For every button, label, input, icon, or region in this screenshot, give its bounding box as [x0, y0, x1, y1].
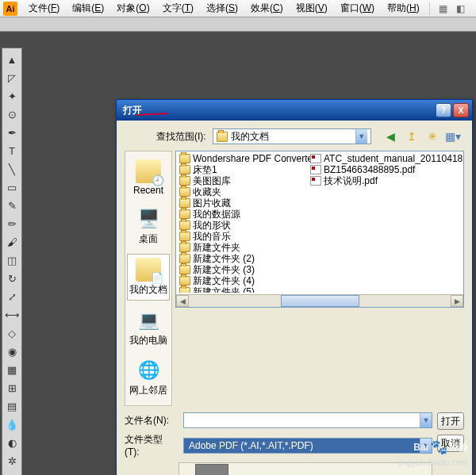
width-tool[interactable]: ⟷ — [3, 306, 21, 324]
pdf-icon — [310, 165, 321, 174]
dialog-titlebar[interactable]: 打开 ? X — [117, 100, 472, 121]
lasso-tool[interactable]: ⊙ — [3, 105, 21, 123]
help-button[interactable]: ? — [436, 103, 451, 117]
folder-icon — [217, 132, 228, 142]
menu-help[interactable]: 帮助(H) — [381, 0, 426, 17]
pencil-tool[interactable]: ✏ — [3, 215, 21, 232]
type-tool[interactable]: T — [3, 142, 21, 159]
filename-label: 文件名(N): — [125, 414, 177, 427]
menubar: Ai 文件(F) 编辑(E) 对象(O) 文字(T) 选择(S) 效果(C) 视… — [0, 0, 476, 17]
up-icon[interactable]: ↥ — [405, 129, 419, 144]
menu-window[interactable]: 窗口(W) — [334, 0, 381, 17]
watermark: Bai🐾经验 jingyan.baidu.com — [397, 439, 468, 467]
scroll-left-icon[interactable]: ◀ — [176, 295, 189, 307]
file-list[interactable]: Wondershare PDF Converter床垫1美图图库收藏夹图片收藏我… — [175, 151, 464, 308]
control-bar — [0, 17, 476, 32]
selection-tool[interactable]: ▲ — [3, 51, 21, 68]
chevron-down-icon[interactable]: ▼ — [355, 129, 367, 144]
close-button[interactable]: X — [453, 103, 469, 117]
open-button[interactable]: 打开 — [437, 412, 464, 430]
folder-icon — [179, 254, 190, 263]
menu-edit[interactable]: 编辑(E) — [66, 0, 110, 17]
symbol-sprayer-tool[interactable]: ✲ — [3, 452, 21, 469]
rectangle-tool[interactable]: ▭ — [3, 178, 21, 196]
magic-wand-tool[interactable]: ✦ — [3, 87, 21, 105]
pen-tool[interactable]: ✒ — [3, 124, 21, 141]
app-logo: Ai — [3, 2, 17, 16]
folder-icon — [179, 176, 190, 186]
scroll-right-icon[interactable]: ▶ — [451, 295, 463, 307]
menu-effect[interactable]: 效果(C) — [244, 0, 290, 17]
place-desktop[interactable]: 桌面 — [127, 204, 170, 249]
file-item[interactable]: 技术说明.pdf — [310, 175, 451, 186]
horizontal-scrollbar[interactable]: ◀ ▶ — [176, 294, 463, 307]
eyedropper-tool[interactable]: 💧 — [3, 416, 21, 433]
graph-tool[interactable]: ▮ — [3, 470, 21, 475]
scroll-thumb[interactable] — [281, 295, 359, 307]
line-tool[interactable]: ╲ — [3, 160, 21, 178]
back-icon[interactable]: ◀ — [384, 129, 398, 144]
views-icon[interactable]: ▦▾ — [446, 129, 460, 144]
menu-select[interactable]: 选择(S) — [200, 0, 244, 17]
open-dialog: 打开 ? X 查找范围(I): 我的文档 ▼ ◀ ↥ ✳ ▦▾ — [116, 99, 473, 475]
gradient-tool[interactable]: ▤ — [3, 397, 21, 415]
network-icon — [136, 358, 161, 382]
pdf-icon — [310, 176, 321, 186]
lookin-value: 我的文档 — [231, 130, 269, 144]
desktop-icon — [136, 207, 161, 231]
documents-icon — [136, 258, 161, 282]
folder-icon — [179, 209, 190, 219]
folder-icon — [179, 276, 190, 285]
folder-icon — [179, 154, 190, 163]
toolbox: ▲ ◸ ✦ ⊙ ✒ T ╲ ▭ ✎ ✏ 🖌 ◫ ↻ ⤢ ⟷ ◇ ◉ ▦ ⊞ ▤ … — [2, 48, 22, 475]
paw-icon: 🐾 — [430, 439, 447, 456]
new-folder-icon[interactable]: ✳ — [425, 129, 440, 144]
folder-icon — [179, 232, 190, 241]
eraser-tool[interactable]: ◫ — [3, 251, 21, 269]
place-documents[interactable]: 我的文档 — [127, 254, 170, 301]
mesh-tool[interactable]: ⊞ — [3, 379, 21, 396]
blob-brush-tool[interactable]: 🖌 — [3, 233, 21, 251]
blend-tool[interactable]: ◐ — [3, 434, 21, 451]
shape-builder-tool[interactable]: ◉ — [3, 343, 21, 360]
paintbrush-tool[interactable]: ✎ — [3, 197, 21, 214]
folder-icon — [179, 165, 190, 174]
filename-input[interactable]: ▼ — [183, 412, 432, 428]
place-recent[interactable]: Recent — [127, 156, 170, 199]
folder-icon — [179, 198, 190, 208]
place-computer[interactable]: 我的电脑 — [127, 305, 170, 351]
free-transform-tool[interactable]: ◇ — [3, 324, 21, 342]
folder-icon — [179, 220, 190, 230]
direct-select-tool[interactable]: ◸ — [3, 69, 21, 86]
rotate-tool[interactable]: ↻ — [3, 270, 21, 287]
filetype-combo[interactable]: Adobe PDF (*.AI,*.AIT,*.PDF) ▼ — [183, 438, 432, 454]
lookin-combo[interactable]: 我的文档 ▼ — [213, 128, 371, 144]
lookin-label: 查找范围(I): — [156, 130, 206, 144]
preview-area — [178, 462, 432, 475]
preview-thumbnail — [195, 464, 228, 475]
folder-icon — [179, 243, 190, 252]
pdf-icon — [310, 154, 321, 163]
file-item[interactable]: 新建文件夹 (5) — [179, 286, 304, 293]
arrange-icon[interactable]: ◧ — [454, 2, 468, 16]
places-bar: Recent 桌面 我的文档 我的电脑 网上邻居 — [125, 151, 172, 406]
menu-file[interactable]: 文件(F) — [22, 0, 66, 17]
filetype-label: 文件类型(T): — [125, 433, 177, 458]
computer-icon — [136, 308, 161, 332]
divider — [429, 2, 430, 15]
menu-type[interactable]: 文字(T) — [156, 0, 200, 17]
folder-icon — [179, 287, 190, 293]
menu-view[interactable]: 视图(V) — [290, 0, 334, 17]
folder-icon — [179, 265, 190, 274]
scale-tool[interactable]: ⤢ — [3, 288, 21, 305]
place-network[interactable]: 网上邻居 — [127, 355, 170, 400]
chevron-down-icon[interactable]: ▼ — [420, 413, 432, 427]
folder-icon — [179, 187, 190, 197]
bridge-icon[interactable]: ▦ — [436, 2, 451, 16]
file-item[interactable]: ATC_student_manual_20110418[1].pd — [310, 153, 451, 164]
recent-icon — [136, 159, 161, 183]
menu-object[interactable]: 对象(O) — [110, 0, 155, 17]
perspective-tool[interactable]: ▦ — [3, 361, 21, 378]
